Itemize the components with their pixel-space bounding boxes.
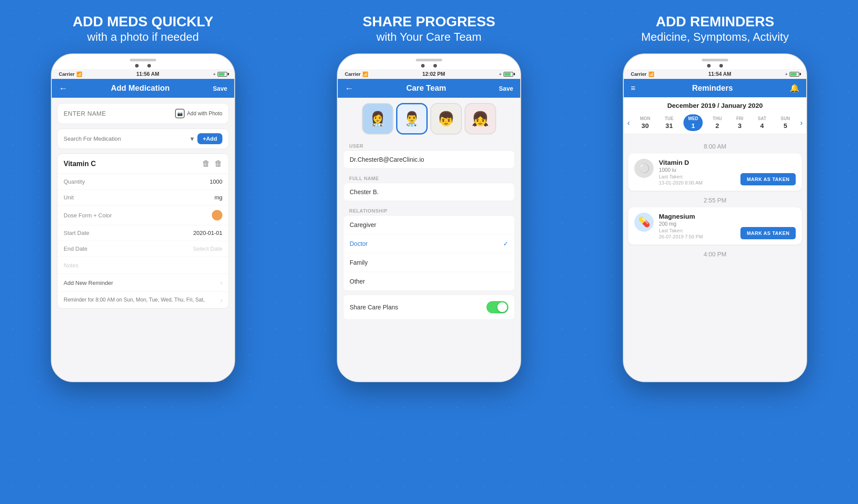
battery-fill-3 <box>790 73 797 76</box>
start-date-label: Start Date <box>64 230 89 236</box>
next-week-button[interactable]: › <box>800 118 803 128</box>
hamburger-icon[interactable]: ≡ <box>631 84 636 93</box>
quantity-row: Quantity 1000 <box>57 174 229 190</box>
day-num-wed: 1 <box>691 122 695 129</box>
status-time-3: 11:54 AM <box>708 71 731 77</box>
med-reminder-card-1: ⚪ Vitamin D 1000 iu Last Taken: 13-01-20… <box>628 153 802 191</box>
panel2-title-bold: SHARE PROGRESS <box>363 13 495 30</box>
day-wed[interactable]: WED 1 <box>683 114 702 131</box>
archive-icon[interactable]: 🗑 <box>202 159 210 168</box>
med2-last-date: 26-07-2019 7:50 PM <box>659 234 735 239</box>
reminder-sub-row[interactable]: Reminder for 8:00 AM on Sun, Mon, Tue, W… <box>57 292 229 308</box>
day-num-tue: 31 <box>665 122 673 129</box>
search-input[interactable] <box>64 135 190 142</box>
status-bar-2: Carrier 📶 12:02 PM + <box>338 69 520 79</box>
dose-color-dot[interactable] <box>212 210 222 220</box>
battery-icon-3 <box>790 72 799 77</box>
day-name-tue: TUE <box>665 116 673 121</box>
status-bar-3: Carrier 📶 11:54 AM + <box>624 69 806 79</box>
notes-placeholder[interactable]: Notes <box>64 262 79 269</box>
time-label-3: 4:00 PM <box>628 251 802 258</box>
add-button[interactable]: +Add <box>197 133 222 144</box>
save-button-2[interactable]: Save <box>499 85 513 92</box>
avatar-1[interactable]: 👩‍⚕️ <box>362 103 393 135</box>
fullname-section-label: FULL NAME <box>343 172 515 183</box>
back-arrow-1[interactable]: ← <box>59 83 68 93</box>
day-num-sat: 4 <box>760 122 764 129</box>
rel-other[interactable]: Other <box>343 272 515 291</box>
avatar-4[interactable]: 👧 <box>465 103 496 135</box>
avatar-3[interactable]: 👦 <box>430 103 462 135</box>
mark-taken-button-2[interactable]: MARK AS TAKEN <box>740 227 796 239</box>
med1-name: Vitamin D <box>659 159 735 166</box>
day-thu[interactable]: THU 2 <box>708 114 726 131</box>
wifi-icon-3: 📶 <box>648 71 654 77</box>
add-with-photo[interactable]: 📷 Add with Photo <box>175 109 222 118</box>
save-button-1[interactable]: Save <box>213 85 227 92</box>
day-tue[interactable]: TUE 31 <box>660 114 678 131</box>
day-mon[interactable]: MON 30 <box>636 114 654 131</box>
panel2-title: SHARE PROGRESS with Your Care Team <box>363 13 495 45</box>
add-with-photo-label: Add with Photo <box>187 110 222 117</box>
day-num-mon: 30 <box>641 122 649 129</box>
day-sat[interactable]: SAT 4 <box>754 114 771 131</box>
day-fri[interactable]: FRI 3 <box>732 114 747 131</box>
day-name-mon: MON <box>640 116 650 121</box>
time-label-1: 8:00 AM <box>628 143 802 150</box>
day-name-sat: SAT <box>758 116 766 121</box>
end-date-placeholder[interactable]: Select Date <box>193 245 222 252</box>
search-row-right: ▾ +Add <box>190 133 222 144</box>
camera-dot-right-3 <box>719 64 723 67</box>
phone-frame-2: Carrier 📶 12:02 PM + ← Care Team Save 👩‍… <box>337 53 521 382</box>
status-bar-right-2: + <box>499 71 513 77</box>
battery-status-3: + <box>785 71 788 77</box>
week-row: ‹ MON 30 TUE 31 WED 1 THU 2 F <box>624 112 806 134</box>
phone-speaker-3 <box>702 59 728 61</box>
panel3-title-bold: ADD REMINDERS <box>641 13 789 30</box>
carrier-label-1: Carrier <box>59 71 75 77</box>
camera-icon: 📷 <box>175 109 185 118</box>
phone-cameras-1 <box>135 64 151 67</box>
chevron-down-icon[interactable]: ▾ <box>190 135 194 143</box>
user-section: USER Dr.ChesterB@CareClinic.io <box>343 140 515 169</box>
panel-share-progress: SHARE PROGRESS with Your Care Team Carri… <box>286 0 572 504</box>
panel-add-meds: ADD MEDS QUICKLY with a photo if needed … <box>0 0 286 504</box>
rel-family[interactable]: Family <box>343 253 515 272</box>
bell-icon[interactable]: 🔔 <box>790 83 799 93</box>
reminder-sub-chevron-icon: › <box>220 297 222 304</box>
day-sun[interactable]: SUN 5 <box>776 114 794 131</box>
fullname-field[interactable]: Chester B. <box>343 183 515 201</box>
add-reminder-row[interactable]: Add New Reminder › <box>57 274 229 292</box>
user-field[interactable]: Dr.ChesterB@CareClinic.io <box>343 150 515 169</box>
day-num-thu: 2 <box>715 122 719 129</box>
status-time-1: 11:56 AM <box>136 71 159 77</box>
phone-frame-3: Carrier 📶 11:54 AM + ≡ Reminders 🔔 Decem… <box>623 53 807 382</box>
dose-form-label: Dose Form + Color <box>64 212 112 219</box>
add-reminder-label: Add New Reminder <box>64 280 113 286</box>
med-reminder-info-1: Vitamin D 1000 iu Last Taken: 13-01-2020… <box>659 159 735 185</box>
rel-doctor[interactable]: Doctor ✓ <box>343 234 515 253</box>
med-name: Vitamin C <box>64 160 96 168</box>
panel1-title-bold: ADD MEDS QUICKLY <box>73 13 214 30</box>
dose-form-row: Dose Form + Color <box>57 206 229 225</box>
checkmark-icon: ✓ <box>503 240 508 247</box>
back-arrow-2[interactable]: ← <box>345 83 354 93</box>
camera-dot-left-3 <box>707 64 711 67</box>
enter-name-input[interactable] <box>64 110 175 117</box>
phone-frame-1: Carrier 📶 11:56 AM + ← Add Medication Sa… <box>51 53 235 382</box>
app-header-2: ← Care Team Save <box>338 79 520 98</box>
med-form: 📷 Add with Photo ▾ +Add Vitamin C <box>52 98 234 314</box>
battery-fill-1 <box>218 73 225 76</box>
rel-caregiver[interactable]: Caregiver <box>343 216 515 234</box>
screen-content-3: December 2019 / January 2020 ‹ MON 30 TU… <box>624 97 806 381</box>
relationship-list: Caregiver Doctor ✓ Family Other <box>343 215 515 291</box>
battery-icon-2 <box>504 72 513 77</box>
avatar-2[interactable]: 👨‍⚕️ <box>396 103 428 135</box>
med2-last-label: Last Taken: <box>659 228 735 233</box>
mark-taken-button-1[interactable]: MARK AS TAKEN <box>740 173 796 185</box>
prev-week-button[interactable]: ‹ <box>627 118 630 128</box>
trash-icon[interactable]: 🗑 <box>214 159 222 168</box>
med-reminder-card-2: 💊 Magnesium 200 mg Last Taken: 26-07-201… <box>628 207 802 245</box>
battery-status-1: + <box>213 71 216 77</box>
share-toggle[interactable] <box>486 301 508 313</box>
